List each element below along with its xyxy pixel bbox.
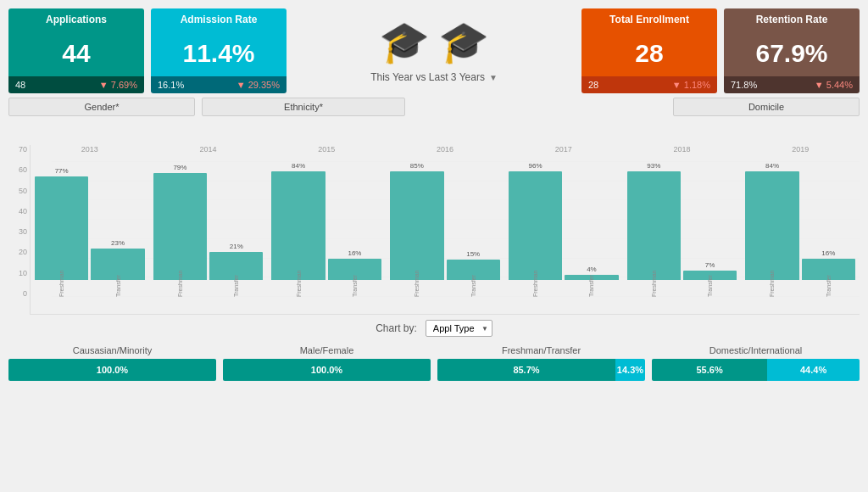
chart-by-select[interactable]: Appl Type Gender Ethnicity Domicile [426,320,492,337]
filter-ethnicity: Ethnicity* [202,98,405,116]
bar [153,173,207,280]
bar [627,171,681,280]
kpi-retention: Retention Rate 67.9% 71.8% ▼ 5.44% [724,8,860,93]
kpi-retention-footer: 71.8% ▼ 5.44% [724,76,860,93]
year-label: 2014 [149,145,268,154]
bottom-card-label: Freshman/Transfer [437,345,645,355]
bottom-card-label: Male/Female [223,345,431,355]
bar [509,171,562,280]
bar-percent: 84% [765,162,779,170]
bottom-card-label: Causasian/Minority [8,345,216,355]
bars-pair: 84%Freshman16%Transfer [267,162,386,297]
year-label: 2019 [741,145,860,154]
bottom-card: Domestic/International55.6%44.4% [652,345,860,381]
kpi-enrollment-footer: 28 ▼ 1.18% [581,76,717,93]
bottom-bar-segment: 100.0% [8,359,216,381]
bottom-bar-track: 100.0% [8,359,216,381]
kpi-retention-change: ▼ 5.44% [815,80,853,90]
kpi-applications-header: Applications [8,8,144,31]
bottom-bar-track: 55.6%44.4% [652,359,860,381]
year-selector[interactable]: This Year vs Last 3 Years ▼ [370,71,498,83]
bottom-card: Causasian/Minority100.0% [8,345,216,381]
bar-percent: 96% [529,162,542,170]
bottom-bar-segment: 14.3% [615,359,645,381]
y-axis-label: 0 [8,289,27,298]
bar-percent: 77% [55,167,69,175]
grad-male-icon: 🎓 [438,19,489,66]
bottom-bar-track: 100.0% [223,359,431,381]
kpi-enrollment: Total Enrollment 28 28 ▼ 1.18% [581,8,717,93]
bar-label: Transfer [115,282,121,297]
y-axis-label: 20 [8,248,27,256]
year-group: 201796%Freshman4%Transfer [504,145,623,297]
kpi-enrollment-header: Total Enrollment [581,8,717,31]
kpi-applications-change: ▼ 7.69% [99,80,137,90]
chart-by-select-wrap[interactable]: Appl Type Gender Ethnicity Domicile [426,320,492,337]
year-label: 2015 [267,145,386,154]
bar-chart: 706050403020100 201377%Freshman23%Transf… [0,120,868,315]
bar-percent: 84% [292,162,305,170]
kpi-admission-value: 11.4% [151,31,287,76]
kpi-enrollment-change: ▼ 1.18% [672,80,710,90]
bar-percent: 21% [230,243,243,250]
year-group: 201984%Freshman16%Transfer [741,145,860,297]
bar-wrap: 85%Freshman [390,162,443,297]
year-label: 2016 [386,145,504,154]
bars-pair: 84%Freshman16%Transfer [741,162,860,297]
chart-by-row: Chart by: Appl Type Gender Ethnicity Dom… [0,315,868,340]
bar-wrap: 16%Transfer [328,162,381,297]
kpi-admission-change: ▼ 29.35% [236,80,280,90]
kpi-retention-prev: 71.8% [731,80,757,90]
bars-pair: 85%Freshman15%Transfer [386,162,504,297]
year-selector-label: This Year vs Last 3 Years [370,71,485,83]
y-axis-label: 70 [8,145,27,154]
bar-wrap: 7%Transfer [683,162,737,297]
bar-label: Freshman [414,282,420,297]
kpi-admission-header: Admission Rate [151,8,287,31]
y-axis-label: 10 [8,269,27,277]
filter-labels: Gender* Ethnicity* Domicile [0,98,868,116]
top-row: Applications 44 48 ▼ 7.69% Admission Rat… [0,0,868,98]
y-axis-label: 50 [8,187,27,195]
kpi-admission-footer: 16.1% ▼ 29.35% [151,76,287,93]
kpi-admission: Admission Rate 11.4% 16.1% ▼ 29.35% [151,8,287,93]
bar-wrap: 21%Transfer [209,162,263,297]
bar [390,171,443,280]
chevron-down-icon: ▼ [489,73,498,82]
y-axis-label: 40 [8,207,27,215]
bars-pair: 93%Freshman7%Transfer [623,162,742,297]
y-axis-label: 60 [8,165,27,174]
year-group: 201584%Freshman16%Transfer [267,145,386,297]
grad-female-icon: 🎓 [379,19,430,66]
bottom-bar-segment: 44.4% [767,359,860,381]
bar-label: Transfer [352,282,358,297]
bar-label: Freshman [532,282,538,297]
bar-label: Transfer [826,282,832,297]
y-axis: 706050403020100 [8,145,30,315]
bar-label: Transfer [470,282,476,297]
year-group: 201479%Freshman21%Transfer [149,145,268,297]
kpi-applications-footer: 48 ▼ 7.69% [8,76,144,93]
year-group: 201893%Freshman7%Transfer [623,145,742,297]
y-axis-label: 30 [8,227,27,236]
kpi-retention-value: 67.9% [724,31,860,76]
bottom-bar-segment: 85.7% [437,359,615,381]
bar-label: Freshman [296,282,302,297]
year-label: 2018 [623,145,742,154]
bar-percent: 23% [111,239,125,247]
bar [271,171,325,280]
bars-pair: 96%Freshman4%Transfer [504,162,623,297]
bar-percent: 79% [173,164,186,171]
bottom-bar-track: 85.7%14.3% [437,359,645,381]
kpi-admission-prev: 16.1% [158,80,184,90]
bar-wrap: 15%Transfer [447,162,500,297]
bar-label: Transfer [707,282,713,297]
bar-label: Freshman [769,282,775,297]
grad-icons: 🎓 🎓 [379,19,489,66]
bars-container: 201377%Freshman23%Transfer201479%Freshma… [30,145,860,315]
kpi-enrollment-prev: 28 [588,80,598,90]
bar-wrap: 77%Freshman [35,162,88,297]
kpi-enrollment-value: 28 [581,31,717,76]
bottom-bars: Causasian/Minority100.0%Male/Female100.0… [0,340,868,388]
bar-wrap: 96%Freshman [509,162,562,297]
